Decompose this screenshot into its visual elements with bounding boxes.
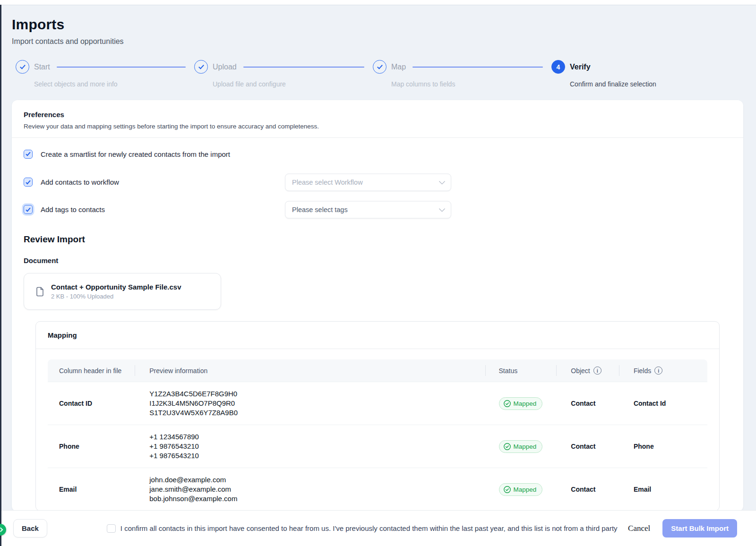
sidebar-edge xyxy=(0,5,1,546)
info-icon[interactable]: i xyxy=(654,367,662,375)
cancel-button[interactable]: Cancel xyxy=(628,524,650,533)
row-status: Mapped xyxy=(485,483,557,496)
info-icon[interactable]: i xyxy=(593,367,601,375)
uploaded-file-card[interactable]: Contact + Opportunity Sample File.csv 2 … xyxy=(24,273,221,310)
import-stepper: Start Select objects and more info Uploa… xyxy=(0,60,756,88)
status-label: Mapped xyxy=(514,400,537,407)
option-label: Add contacts to workflow xyxy=(41,178,119,186)
verify-panel: Preferences Review your data and mapping… xyxy=(12,100,743,512)
start-bulk-import-button[interactable]: Start Bulk Import xyxy=(662,519,737,537)
step-upload[interactable]: Upload Upload file and configure xyxy=(194,60,373,88)
consent-checkbox[interactable] xyxy=(107,524,116,533)
step-map[interactable]: Map Map columns to fields xyxy=(373,60,551,88)
file-icon xyxy=(36,287,44,297)
row-column-name: Contact ID xyxy=(48,400,135,407)
back-button[interactable]: Back xyxy=(13,519,47,537)
tags-checkbox[interactable] xyxy=(24,205,33,214)
chevron-down-icon xyxy=(439,205,445,212)
table-row-contact-id: Contact ID Y1Z2A3B4C5D6E7F8G9H0 I1J2K3L4… xyxy=(48,382,707,425)
check-icon xyxy=(26,206,30,212)
step-connector-line xyxy=(243,67,364,68)
step-start[interactable]: Start Select objects and more info xyxy=(16,60,194,88)
row-column-name: Email xyxy=(48,486,135,493)
row-field: Phone xyxy=(619,443,707,450)
preview-line: jane.smith@example.com xyxy=(149,485,485,494)
step-description: Confirm and finalize selection xyxy=(570,80,737,88)
option-label: Add tags to contacts xyxy=(41,205,105,213)
mapping-card: Mapping Column header in file Preview in… xyxy=(35,321,720,511)
option-add-tags: Add tags to contacts Please select tags xyxy=(24,201,731,218)
preview-line: S1T2U3V4W5X6Y7Z8A9B0 xyxy=(149,408,485,418)
preferences-title: Preferences xyxy=(24,111,731,119)
mapping-table-header: Column header in file Preview informatio… xyxy=(48,359,707,382)
workflow-select-placeholder: Please select Workflow xyxy=(292,179,440,186)
row-column-name: Phone xyxy=(48,443,135,450)
file-name: Contact + Opportunity Sample File.csv xyxy=(51,283,181,291)
column-header-status: Status xyxy=(485,359,557,382)
step-connector-line xyxy=(57,67,186,68)
step-verify[interactable]: 4 Verify Confirm and finalize selection xyxy=(551,60,737,88)
check-icon xyxy=(20,63,26,69)
step-label: Verify xyxy=(570,63,591,71)
status-badge: Mapped xyxy=(499,483,543,496)
status-badge: Mapped xyxy=(499,397,543,410)
column-header-object: Object i xyxy=(556,359,619,382)
status-label: Mapped xyxy=(514,486,537,493)
column-header-fields: Fields i xyxy=(619,359,707,382)
preview-line: john.doe@example.com xyxy=(149,475,485,485)
chevron-down-icon xyxy=(439,178,445,184)
check-circle-icon xyxy=(504,486,511,493)
option-add-workflow: Add contacts to workflow Please select W… xyxy=(24,173,731,191)
row-field: Contact Id xyxy=(619,400,707,407)
step-description: Upload file and configure xyxy=(213,80,373,88)
option-create-smartlist: Create a smartlist for newly created con… xyxy=(24,149,731,159)
row-object: Contact xyxy=(556,486,619,493)
footer-bar: Back I confirm all contacts in this impo… xyxy=(0,510,756,546)
workflow-checkbox[interactable] xyxy=(24,178,33,187)
step-check-circle xyxy=(373,60,387,74)
review-import-title: Review Import xyxy=(24,234,731,245)
check-icon xyxy=(377,63,383,69)
column-header-fields-label: Fields xyxy=(634,367,651,375)
status-badge: Mapped xyxy=(499,440,543,453)
preferences-options: Create a smartlist for newly created con… xyxy=(12,149,743,511)
mapping-body: Column header in file Preview informatio… xyxy=(36,349,719,511)
preview-line: +1 9876543210 xyxy=(149,451,485,461)
column-header-object-label: Object xyxy=(571,367,590,375)
row-preview: +1 1234567890 +1 9876543210 +1 987654321… xyxy=(135,432,485,461)
page-header: Imports Import contacts and opportunitie… xyxy=(0,5,756,46)
row-preview: john.doe@example.com jane.smith@example.… xyxy=(135,475,485,503)
preview-line: I1J2K3L4M5N6O7P8Q9R0 xyxy=(149,399,485,408)
option-label: Create a smartlist for newly created con… xyxy=(41,150,230,158)
step-label: Map xyxy=(391,63,406,71)
page-title: Imports xyxy=(12,17,737,33)
mapping-table: Column header in file Preview informatio… xyxy=(48,359,707,511)
row-status: Mapped xyxy=(485,440,557,453)
check-icon xyxy=(26,151,30,156)
tags-select[interactable]: Please select tags xyxy=(285,201,451,218)
tags-select-placeholder: Please select tags xyxy=(292,206,440,213)
column-header-file: Column header in file xyxy=(48,359,135,382)
window-chrome-strip xyxy=(0,0,756,5)
step-connector-line xyxy=(412,67,543,68)
step-label: Upload xyxy=(213,63,237,71)
smartlist-checkbox[interactable] xyxy=(24,150,33,159)
row-status: Mapped xyxy=(485,397,557,410)
preview-line: Y1Z2A3B4C5D6E7F8G9H0 xyxy=(149,389,485,399)
file-info: Contact + Opportunity Sample File.csv 2 … xyxy=(51,283,181,300)
workflow-select[interactable]: Please select Workflow xyxy=(285,173,451,191)
check-icon xyxy=(198,63,204,69)
consent-text: I confirm all contacts in this import ha… xyxy=(120,524,618,532)
chevron-right-icon xyxy=(0,528,3,532)
row-preview: Y1Z2A3B4C5D6E7F8G9H0 I1J2K3L4M5N6O7P8Q9R… xyxy=(135,389,485,418)
file-meta: 2 KB - 100% Uploaded xyxy=(51,293,181,300)
preferences-description: Review your data and mapping settings be… xyxy=(24,123,731,130)
step-label: Start xyxy=(34,63,50,71)
step-number-circle: 4 xyxy=(551,60,565,74)
row-object: Contact xyxy=(556,400,619,407)
step-check-circle xyxy=(16,60,29,74)
mapping-header: Mapping xyxy=(36,322,719,349)
section-divider xyxy=(12,137,743,138)
preview-line: +1 1234567890 xyxy=(149,432,485,442)
check-icon xyxy=(26,179,30,184)
